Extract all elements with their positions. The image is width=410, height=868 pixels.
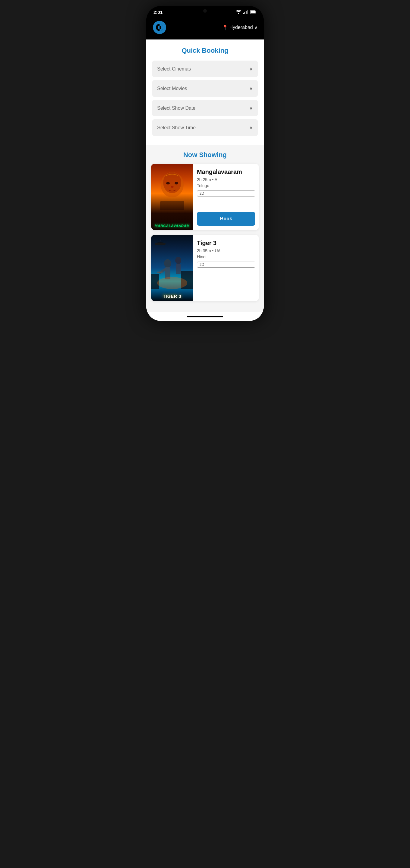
tiger3-duration: 2h 35m	[197, 248, 211, 253]
show-time-chevron-icon: ∨	[249, 125, 253, 130]
svg-rect-19	[160, 201, 184, 210]
mangalavaaram-info: Mangalavaaram 2h 25m • A Telugu 2D	[193, 164, 259, 212]
battery-icon	[250, 10, 257, 15]
tiger3-rating: UA	[215, 248, 220, 253]
chevron-down-icon: ∨	[254, 25, 258, 30]
movies-chevron-icon: ∨	[249, 86, 253, 91]
quick-booking-section: Quick Booking Select Cinemas ∨ Select Mo…	[146, 39, 264, 145]
mangalavaaram-duration: 2h 25m	[197, 177, 211, 182]
now-showing-section: Now Showing	[146, 145, 264, 312]
tiger3-poster-text: Tiger 3	[163, 294, 181, 299]
mangalavaaram-meta-dot: •	[212, 177, 215, 182]
mangala-poster-text: MangalaVaaram	[155, 224, 190, 227]
select-show-time-dropdown[interactable]: Select Show Time ∨	[152, 119, 258, 136]
select-cinemas-dropdown[interactable]: Select Cinemas ∨	[152, 61, 258, 77]
svg-rect-29	[176, 264, 181, 274]
mangalavaaram-poster: MangalaVaaram	[151, 164, 193, 230]
camera-notch	[203, 9, 207, 13]
svg-rect-22	[155, 243, 166, 245]
content-area: Quick Booking Select Cinemas ∨ Select Mo…	[146, 39, 264, 312]
select-movies-dropdown[interactable]: Select Movies ∨	[152, 80, 258, 97]
mangalavaaram-info-wrapper: Mangalavaaram 2h 25m • A Telugu 2D Book	[193, 164, 259, 230]
svg-rect-3	[246, 11, 246, 14]
select-show-date-dropdown[interactable]: Select Show Date ∨	[152, 100, 258, 116]
svg-rect-27	[157, 272, 163, 273]
tiger3-info: Tiger 3 2h 35m • UA Hindi 2D	[193, 235, 259, 301]
home-indicator	[187, 316, 223, 317]
mangalavaaram-rating: A	[215, 177, 217, 182]
svg-point-15	[163, 172, 181, 193]
mangalavaaram-book-button[interactable]: Book	[197, 212, 255, 226]
show-date-chevron-icon: ∨	[249, 105, 253, 111]
quick-booking-title: Quick Booking	[152, 47, 258, 55]
tiger3-art	[151, 235, 193, 289]
mangala-face-art	[151, 164, 193, 218]
svg-rect-4	[247, 10, 248, 14]
status-time: 2:01	[153, 10, 163, 15]
tiger3-format: 2D	[197, 261, 255, 268]
svg-point-18	[171, 186, 174, 188]
logo-icon	[152, 20, 167, 35]
location-name: Hyderabad	[229, 25, 253, 30]
signal-icon	[243, 10, 248, 15]
svg-point-32	[157, 277, 187, 289]
svg-point-0	[238, 13, 239, 14]
location-button[interactable]: 📍 Hyderabad ∨	[222, 25, 258, 30]
wifi-icon	[236, 10, 241, 15]
svg-rect-2	[244, 12, 245, 14]
svg-point-16	[166, 182, 170, 184]
select-cinemas-label: Select Cinemas	[157, 66, 191, 72]
svg-point-17	[175, 182, 178, 184]
mangalavaaram-title: Mangalavaaram	[197, 168, 255, 176]
mangalavaaram-language: Telugu	[197, 183, 255, 188]
home-bar	[146, 312, 264, 321]
tiger3-info-wrapper: Tiger 3 2h 35m • UA Hindi 2D	[193, 235, 259, 301]
tiger3-poster: Tiger 3	[151, 235, 193, 301]
logo	[152, 20, 167, 35]
mangalavaaram-meta: 2h 25m • A	[197, 177, 255, 182]
svg-point-28	[175, 257, 181, 264]
select-show-date-label: Select Show Date	[157, 105, 195, 111]
location-pin-icon: 📍	[222, 25, 228, 30]
select-movies-label: Select Movies	[157, 86, 187, 91]
svg-point-24	[164, 259, 171, 268]
cinemas-chevron-icon: ∨	[249, 66, 253, 72]
phone-frame: 2:01	[146, 6, 264, 321]
tiger3-meta: 2h 35m • UA	[197, 248, 255, 253]
select-show-time-label: Select Show Time	[157, 125, 196, 130]
app-header: 📍 Hyderabad ∨	[146, 17, 264, 39]
status-icons	[236, 10, 257, 15]
tiger3-language: Hindi	[197, 254, 255, 259]
tiger3-title: Tiger 3	[197, 240, 255, 247]
movie-card-tiger3: Tiger 3 Tiger 3 2h 35m • UA Hindi 2D	[151, 235, 259, 301]
svg-rect-30	[151, 274, 159, 289]
mangalavaaram-book-wrapper: Book	[193, 212, 259, 230]
now-showing-title: Now Showing	[151, 151, 259, 159]
mangalavaaram-format: 2D	[197, 190, 255, 196]
svg-rect-1	[243, 13, 244, 14]
svg-rect-6	[250, 11, 255, 13]
movie-card-mangalavaaram: MangalaVaaram Mangalavaaram 2h 25m • A T…	[151, 164, 259, 230]
